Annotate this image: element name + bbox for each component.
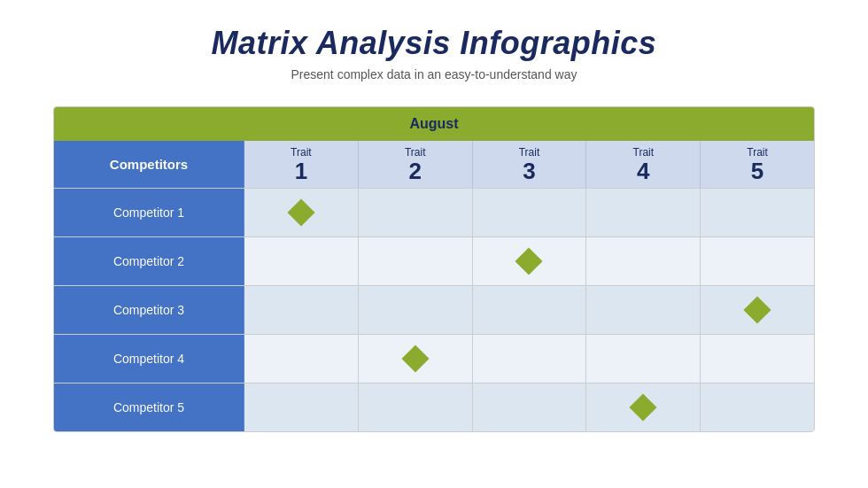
- trait-header-5: Trait5: [701, 141, 814, 188]
- cell-r4-c1: [244, 335, 359, 383]
- page-subtitle: Present complex data in an easy-to-under…: [212, 67, 657, 81]
- trait-header-1: Trait1: [244, 141, 359, 188]
- cell-r1-c1: [244, 189, 359, 236]
- diamond-marker: [515, 247, 543, 275]
- cell-r1-c2: [359, 189, 473, 236]
- cell-r4-c2: [359, 335, 473, 383]
- cell-r3-c5: [701, 286, 814, 334]
- cell-r3-c4: [586, 286, 701, 334]
- diamond-marker: [630, 393, 657, 421]
- month-header: August: [54, 107, 814, 141]
- competitor-label-4: Competitor 4: [54, 335, 244, 383]
- cell-r5-c2: [359, 383, 473, 431]
- matrix-table: August Competitors Trait1Trait2Trait3Tra…: [53, 106, 815, 432]
- cell-r1-c4: [586, 189, 701, 236]
- page-title: Matrix Analysis Infographics: [212, 25, 657, 62]
- competitor-label-2: Competitor 2: [54, 237, 244, 285]
- cell-r3-c2: [359, 286, 473, 334]
- competitor-label-3: Competitor 3: [54, 286, 244, 334]
- cell-r5-c1: [244, 383, 359, 431]
- cell-r1-c3: [473, 189, 587, 236]
- diamond-marker: [287, 198, 314, 226]
- table-row: Competitor 2: [54, 236, 814, 285]
- table-row: Competitor 5: [54, 383, 814, 431]
- trait-header-4: Trait4: [586, 141, 701, 188]
- cell-r2-c4: [586, 237, 701, 285]
- competitor-label-5: Competitor 5: [54, 383, 244, 431]
- page-header: Matrix Analysis Infographics Present com…: [212, 25, 657, 81]
- cell-r1-c5: [701, 189, 814, 236]
- competitor-label-1: Competitor 1: [54, 189, 244, 236]
- cell-r5-c3: [473, 383, 587, 431]
- cell-r3-c1: [244, 286, 359, 334]
- cell-r2-c5: [701, 237, 814, 285]
- diamond-marker: [744, 296, 771, 323]
- competitors-column-header: Competitors: [54, 141, 244, 188]
- cell-r3-c3: [473, 286, 587, 334]
- cell-r5-c5: [701, 383, 814, 431]
- table-row: Competitor 1: [54, 188, 814, 236]
- cell-r2-c1: [244, 237, 359, 285]
- table-row: Competitor 3: [54, 285, 814, 334]
- diamond-marker: [401, 345, 429, 372]
- column-headers: Competitors Trait1Trait2Trait3Trait4Trai…: [54, 141, 814, 188]
- cell-r4-c5: [701, 335, 814, 383]
- cell-r2-c2: [359, 237, 473, 285]
- cell-r5-c4: [586, 383, 701, 431]
- trait-header-2: Trait2: [359, 141, 473, 188]
- cell-r4-c4: [586, 335, 701, 383]
- cell-r2-c3: [473, 237, 587, 285]
- table-row: Competitor 4: [54, 334, 814, 383]
- trait-header-3: Trait3: [473, 141, 587, 188]
- cell-r4-c3: [473, 335, 587, 383]
